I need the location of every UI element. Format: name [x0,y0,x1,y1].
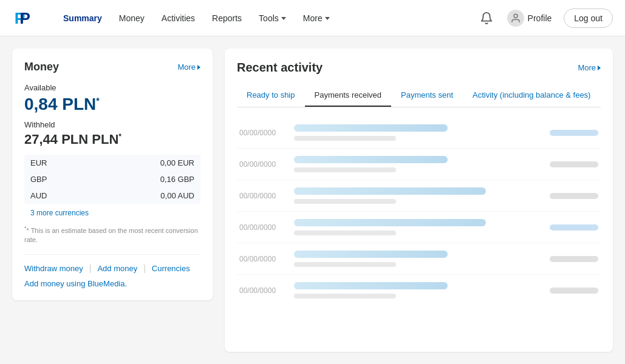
activity-header: Recent activity More [237,61,601,75]
currency-row: EUR0,00 EUR [24,155,200,171]
row-amount-blur [550,256,598,262]
activity-row[interactable]: 00/00/0000 [237,243,601,275]
more-chevron-icon [325,17,330,20]
logo-area: P P [12,7,38,29]
row-subtitle-blur [294,199,396,204]
row-amount-blur [550,193,598,199]
activity-tab-ready-to-ship[interactable]: Ready to ship [237,84,305,107]
nav-item-money[interactable]: Money [112,8,152,28]
footnote: ** This is an estimate based on the most… [24,224,200,244]
currency-amount: 0,00 EUR [92,155,200,171]
row-info [294,282,550,298]
row-title-blur [294,187,486,195]
left-panel: Money More Available 0,84 PLN* Withheld … [12,49,213,352]
withdraw-money-link[interactable]: Withdraw money [24,264,83,273]
bluemedia-link[interactable]: Add money using BlueMedia. [24,279,200,288]
nav-item-tools[interactable]: Tools [251,8,293,28]
activity-row[interactable]: 00/00/0000 [237,275,601,306]
activity-tab-activity-balance-fees[interactable]: Activity (including balance & fees) [463,84,600,107]
row-amount-blur [550,130,598,136]
currency-table: EUR0,00 EURGBP0,16 GBPAUD0,00 AUD [24,155,200,204]
activity-row[interactable]: 00/00/0000 [237,180,601,212]
currency-code: EUR [24,155,92,171]
svg-text:P: P [19,8,30,27]
activity-row[interactable]: 00/00/0000 [237,149,601,180]
row-date: 00/00/0000 [239,129,294,137]
nav-item-reports[interactable]: Reports [205,8,249,28]
row-date: 00/00/0000 [239,192,294,200]
row-subtitle-blur [294,262,396,267]
money-card: Money More Available 0,84 PLN* Withheld … [12,49,213,300]
row-amount-blur [550,224,598,231]
main-nav: Summary Money Activities Reports Tools M… [56,8,478,28]
nav-item-more[interactable]: More [296,8,337,28]
activity-more-link[interactable]: More [578,63,601,72]
row-info [294,219,550,235]
row-title-blur [294,251,448,258]
row-title-blur [294,124,448,132]
currency-amount: 0,00 AUD [92,187,200,204]
currencies-link[interactable]: Currencies [152,264,190,273]
activity-row[interactable]: 00/00/0000 [237,117,601,149]
activity-title: Recent activity [237,61,323,75]
activity-rows: 00/00/0000 00/00/0000 00/00/0000 00/00/0… [237,117,601,306]
row-date: 00/00/0000 [239,255,294,263]
row-info [294,156,550,172]
header: P P Summary Money Activities Reports Too… [0,0,625,36]
activity-tabs: Ready to shipPayments receivedPayments s… [237,84,601,107]
row-title-blur [294,219,486,226]
money-more-chevron-icon [197,65,200,70]
tools-chevron-icon [281,17,286,20]
row-date: 00/00/0000 [239,160,294,169]
add-money-link[interactable]: Add money [97,264,137,273]
currency-row: GBP0,16 GBP [24,171,200,187]
row-amount-blur [550,288,598,294]
activity-more-chevron-icon [598,66,601,70]
row-title-blur [294,282,448,289]
nav-item-activities[interactable]: Activities [154,8,202,28]
money-card-header: Money More [24,61,200,73]
row-info [294,124,550,141]
withheld-amount: 27,44 PLN PLN* [24,132,200,147]
profile-button[interactable]: Profile [502,6,557,30]
currency-code: AUD [24,187,92,204]
header-right: Profile Log out [478,6,613,30]
row-date: 00/00/0000 [239,286,294,295]
separator-1: | [89,263,92,273]
row-subtitle-blur [294,167,396,172]
money-actions: Withdraw money | Add money | Currencies [24,254,200,273]
row-amount-blur [550,161,598,167]
money-more-link[interactable]: More [177,62,200,72]
currency-code: GBP [24,171,92,187]
right-panel: Recent activity More Ready to shipPaymen… [225,49,613,352]
row-subtitle-blur [294,231,396,235]
row-info [294,251,550,267]
main-content: Money More Available 0,84 PLN* Withheld … [0,36,625,364]
row-info [294,187,550,204]
withheld-label: Withheld [24,120,200,129]
activity-row[interactable]: 00/00/0000 [237,212,601,243]
currency-row: AUD0,00 AUD [24,187,200,204]
row-date: 00/00/0000 [239,223,294,232]
notifications-bell-icon[interactable] [478,10,495,27]
profile-label: Profile [528,13,552,23]
more-currencies-link[interactable]: 3 more currencies [24,209,200,217]
row-title-blur [294,156,448,163]
logout-button[interactable]: Log out [564,8,613,28]
separator-2: | [143,263,146,273]
nav-item-summary[interactable]: Summary [56,8,109,28]
activity-tab-payments-received[interactable]: Payments received [305,84,392,107]
balance-amount: 0,84 PLN* [24,95,200,114]
paypal-logo: P P [12,7,34,29]
profile-avatar-icon [507,10,524,27]
money-card-title: Money [24,61,59,73]
currency-amount: 0,16 GBP [92,171,200,187]
svg-point-3 [514,14,517,18]
row-subtitle-blur [294,136,396,141]
row-subtitle-blur [294,294,396,298]
activity-tab-payments-sent[interactable]: Payments sent [391,84,463,107]
available-label: Available [24,83,200,92]
